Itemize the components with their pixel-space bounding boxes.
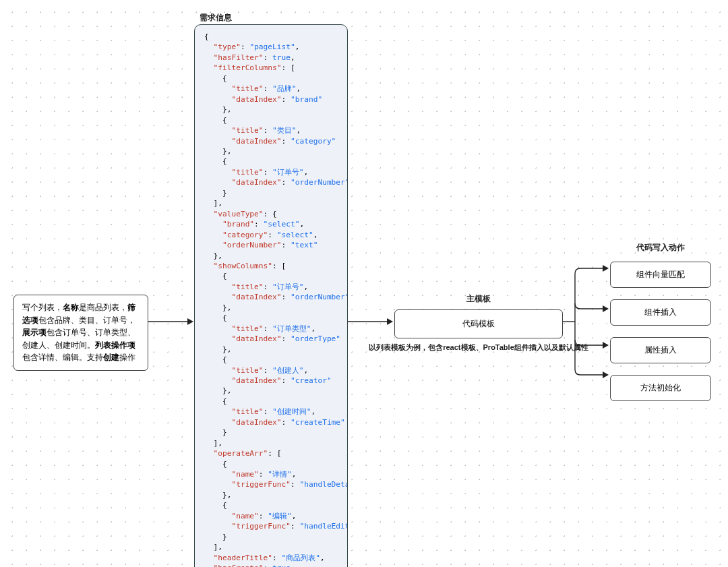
arrow-head-icon	[603, 342, 609, 349]
main-template-title: 主模板	[391, 293, 566, 305]
requirements-text: 写个列表，名称是商品列表，筛选项包含品牌、类目、订单号，展示项包含订单号、订单类…	[22, 303, 135, 362]
requirements-box: 写个列表，名称是商品列表，筛选项包含品牌、类目、订单号，展示项包含订单号、订单类…	[13, 295, 148, 371]
arrow-head-icon	[387, 318, 393, 325]
connector-main-actions	[563, 263, 617, 405]
arrow-head-icon	[603, 371, 609, 378]
action-box-2: 属性插入	[610, 337, 711, 363]
main-template-subtitle: 以列表模板为例，包含react模板、ProTable组件插入以及默认属性	[367, 342, 590, 353]
json-code-box: { "type": "pageList", "hasFilter": true,…	[194, 24, 348, 567]
action-label: 组件插入	[644, 307, 677, 317]
arrow-head-icon	[603, 305, 609, 312]
center-title: 需求信息	[200, 12, 348, 24]
action-label: 属性插入	[644, 345, 677, 355]
action-label: 组件向量匹配	[636, 270, 685, 279]
action-box-0: 组件向量匹配	[610, 262, 711, 288]
arrow-head-icon	[603, 265, 609, 272]
main-template-box-label: 代码模板	[462, 319, 495, 328]
main-template-box: 代码模板	[394, 309, 563, 338]
diagram-canvas: 写个列表，名称是商品列表，筛选项包含品牌、类目、订单号，展示项包含订单号、订单类…	[0, 0, 728, 567]
arrow-head-icon	[187, 318, 193, 325]
actions-title: 代码写入动作	[607, 242, 715, 253]
action-box-3: 方法初始化	[610, 375, 711, 401]
action-box-1: 组件插入	[610, 299, 711, 326]
action-label: 方法初始化	[640, 383, 681, 392]
